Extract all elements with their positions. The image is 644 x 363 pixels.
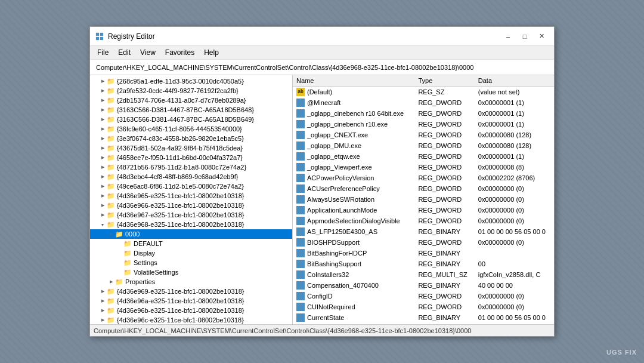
menu-edit[interactable]: Edit bbox=[113, 47, 135, 58]
table-row[interactable]: ConfigIDREG_DWORD0x00000000 (0) bbox=[293, 291, 554, 302]
tree-item[interactable]: 📁Settings bbox=[90, 258, 292, 267]
expand-button[interactable] bbox=[107, 230, 115, 238]
tree-item[interactable]: 📁{4d36e966-e325-11ce-bfc1-08002be10318} bbox=[90, 201, 292, 210]
reg-data: 0x00000000 (0) bbox=[475, 291, 554, 302]
reg-type-icon bbox=[296, 270, 305, 279]
col-name[interactable]: Name bbox=[293, 75, 414, 87]
tree-item[interactable]: 📁{48721b56-6795-11d2-b1a8-0080c72e74a2} bbox=[90, 162, 292, 172]
tree-item[interactable]: 📁Display bbox=[90, 248, 292, 258]
expand-button[interactable] bbox=[98, 134, 107, 143]
expand-button[interactable] bbox=[115, 268, 123, 276]
tree-item[interactable]: 📁{43675d81-502a-4a92-9f84-b75f418c5dea} bbox=[90, 143, 292, 153]
address-bar[interactable]: Computer\HKEY_LOCAL_MACHINE\SYSTEM\Curre… bbox=[90, 60, 554, 75]
table-row[interactable]: ab(Default)REG_SZ(value not set) bbox=[293, 87, 554, 98]
expand-button[interactable] bbox=[98, 182, 107, 190]
expand-button[interactable] bbox=[98, 77, 107, 85]
tree-item[interactable]: 📁{4d36e96a-e325-11ce-bfc1-08002be10318} bbox=[90, 296, 292, 306]
table-row[interactable]: CurrentStateREG_BINARY01 00 00 00 56 05 … bbox=[293, 312, 554, 323]
expand-button[interactable] bbox=[115, 239, 123, 248]
tree-item[interactable]: 📁0000 bbox=[90, 229, 292, 239]
table-row[interactable]: _oglapp_cinebench r10 64bit.exeREG_DWORD… bbox=[293, 108, 554, 119]
table-row[interactable]: Compensation_4070400REG_BINARY40 00 00 0… bbox=[293, 280, 554, 291]
tree-item[interactable]: 📁{4d36e96c-e325-11ce-bfc1-08002be10318} bbox=[90, 315, 292, 324]
menu-favorites[interactable]: Favorites bbox=[160, 47, 199, 58]
expand-button[interactable] bbox=[98, 115, 107, 124]
expand-button[interactable] bbox=[98, 125, 107, 133]
address-text: Computer\HKEY_LOCAL_MACHINE\SYSTEM\Curre… bbox=[94, 63, 550, 72]
expand-button[interactable] bbox=[98, 144, 107, 152]
expand-button[interactable] bbox=[98, 316, 107, 324]
table-row[interactable]: BitBashingForHDCPREG_BINARY bbox=[293, 248, 554, 259]
tree-item[interactable]: 📁DEFAULT bbox=[90, 239, 292, 248]
tree-item[interactable]: 📁Properties bbox=[90, 277, 292, 287]
tree-item[interactable]: 📁{3163C566-D381-4467-87BC-A65A18D5B649} bbox=[90, 115, 292, 124]
expand-button[interactable] bbox=[107, 278, 115, 286]
tree-item[interactable]: 📁{3163C566-D381-4467-87BC-A65A18D5B648} bbox=[90, 105, 292, 115]
tree-item[interactable]: 📁{4d36e967-e325-11ce-bfc1-08002be10318} bbox=[90, 210, 292, 220]
content-area: 📁{268c95a1-edfe-11d3-95c3-0010dc4050a5}📁… bbox=[90, 75, 554, 324]
close-button[interactable]: ✕ bbox=[534, 30, 549, 42]
expand-button[interactable] bbox=[98, 211, 107, 219]
expand-button[interactable] bbox=[98, 173, 107, 181]
reg-name: ACPowerPolicyVersion bbox=[307, 174, 374, 182]
tree-item[interactable]: 📁{4d36e969-e325-11ce-bfc1-08002be10318} bbox=[90, 287, 292, 296]
tree-item[interactable]: 📁{4658ee7e-f050-11d1-b6bd-00c04fa372a7} bbox=[90, 153, 292, 162]
tree-item[interactable]: 📁{2a9fe532-0cdc-44f9-9827-76192f2ca2fb} bbox=[90, 86, 292, 96]
tree-item[interactable]: 📁{4d36e968-e325-11ce-bfc1-08002be10318} bbox=[90, 220, 292, 229]
menu-view[interactable]: View bbox=[135, 47, 160, 58]
expand-button[interactable] bbox=[98, 153, 107, 162]
tree-item[interactable]: 📁{2db15374-706e-4131-a0c7-d7c78eb0289a} bbox=[90, 96, 292, 105]
menu-file[interactable]: File bbox=[92, 47, 113, 58]
table-row[interactable]: BitBashingSupportREG_BINARY00 bbox=[293, 259, 554, 269]
expand-button[interactable] bbox=[98, 287, 107, 296]
tree-item[interactable]: 📁{49ce6ac8-6f86-11d2-b1e5-0080c72e74a2} bbox=[90, 182, 292, 191]
table-row[interactable]: ACPowerPolicyVersionREG_DWORD0x00002202 … bbox=[293, 173, 554, 183]
expand-button[interactable] bbox=[98, 201, 107, 210]
tree-item[interactable]: 📁{36fc9e60-c465-11cf-8056-444553540000} bbox=[90, 124, 292, 134]
table-row[interactable]: AppmodeSelectionDialogVisibleREG_DWORD0x… bbox=[293, 216, 554, 226]
table-row[interactable]: _oglapp_cinebench r10.exeREG_DWORD0x0000… bbox=[293, 119, 554, 130]
reg-type: REG_BINARY bbox=[414, 248, 474, 259]
col-data[interactable]: Data bbox=[475, 75, 554, 87]
tree-item[interactable]: 📁VolatileSettings bbox=[90, 267, 292, 277]
reg-type: REG_BINARY bbox=[414, 226, 474, 237]
table-row[interactable]: AlwaysUseSWRotationREG_DWORD0x00000000 (… bbox=[293, 194, 554, 205]
expand-button[interactable] bbox=[115, 259, 123, 267]
expand-button[interactable] bbox=[98, 87, 107, 95]
table-row[interactable]: _oglapp_CNEXT.exeREG_DWORD0x00000080 (12… bbox=[293, 130, 554, 140]
reg-name: ApplicationLaunchMode bbox=[307, 207, 377, 214]
expand-button[interactable] bbox=[98, 163, 107, 171]
table-row[interactable]: ACUserPreferencePolicyREG_DWORD0x0000000… bbox=[293, 183, 554, 194]
expand-button[interactable] bbox=[98, 220, 107, 229]
minimize-button[interactable]: – bbox=[500, 30, 516, 42]
tree-item[interactable]: 📁{3e3f0674-c83c-4558-bb26-9820e1eba5c5} bbox=[90, 134, 292, 143]
expand-button[interactable] bbox=[98, 297, 107, 305]
reg-type: REG_DWORD bbox=[414, 97, 474, 108]
menu-help[interactable]: Help bbox=[199, 47, 224, 58]
tree-panel[interactable]: 📁{268c95a1-edfe-11d3-95c3-0010dc4050a5}📁… bbox=[90, 75, 293, 324]
expand-button[interactable] bbox=[98, 306, 107, 315]
folder-icon: 📁 bbox=[107, 135, 115, 143]
table-row[interactable]: CUINotRequiredREG_DWORD0x00000000 (0) bbox=[293, 302, 554, 312]
table-row[interactable]: _oglapp_etqw.exeREG_DWORD0x00000001 (1) bbox=[293, 151, 554, 162]
table-row[interactable]: BIOSHPDSupportREG_DWORD0x00000000 (0) bbox=[293, 237, 554, 248]
table-row[interactable]: AS_LFP1250E4300_ASREG_BINARY01 00 00 00 … bbox=[293, 226, 554, 237]
table-row[interactable]: _oglapp_Viewperf.exeREG_DWORD0x00000008 … bbox=[293, 162, 554, 173]
expand-button[interactable] bbox=[98, 192, 107, 200]
table-row[interactable]: ApplicationLaunchModeREG_DWORD0x00000000… bbox=[293, 205, 554, 216]
tree-item[interactable]: 📁{4d36e965-e325-11ce-bfc1-08002be10318} bbox=[90, 191, 292, 201]
tree-item[interactable]: 📁{48d3ebc4-4cf8-48ff-b869-9c68ad42eb9f} bbox=[90, 172, 292, 182]
table-row[interactable]: @MinecraftREG_DWORD0x00000001 (1) bbox=[293, 97, 554, 108]
tree-item[interactable]: 📁{4d36e96b-e325-11ce-bfc1-08002be10318} bbox=[90, 306, 292, 315]
table-row[interactable]: CoInstallers32REG_MULTI_SZigfxCoIn_v2858… bbox=[293, 269, 554, 280]
table-row[interactable]: _oglapp_DMU.exeREG_DWORD0x00000080 (128) bbox=[293, 140, 554, 151]
tree-label: {4d36e967-e325-11ce-bfc1-08002be10318} bbox=[117, 211, 244, 219]
tree-item[interactable]: 📁{268c95a1-edfe-11d3-95c3-0010dc4050a5} bbox=[90, 76, 292, 86]
expand-button[interactable] bbox=[98, 106, 107, 114]
reg-type-icon bbox=[296, 120, 305, 128]
col-type[interactable]: Type bbox=[414, 75, 474, 87]
expand-button[interactable] bbox=[98, 96, 107, 104]
maximize-button[interactable]: □ bbox=[517, 30, 532, 42]
detail-scroll[interactable]: Name Type Data ab(Default)REG_SZ(value n… bbox=[293, 75, 554, 324]
expand-button[interactable] bbox=[115, 249, 123, 257]
